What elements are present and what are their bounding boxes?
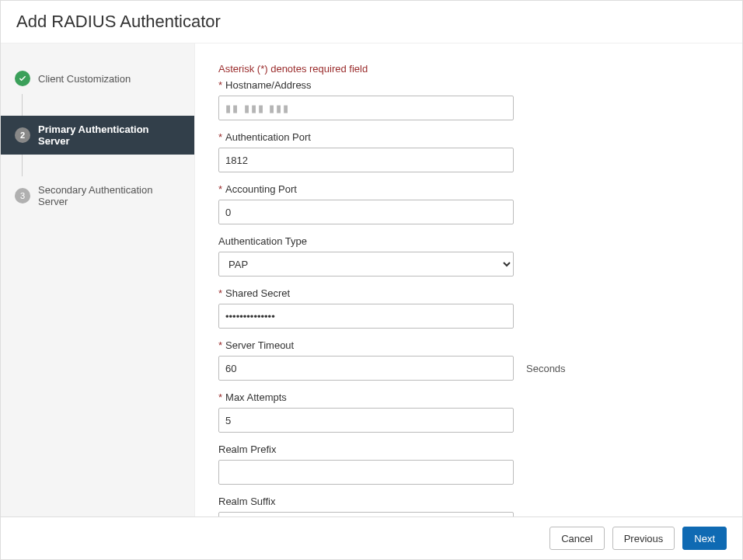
required-star-icon: * xyxy=(218,391,222,403)
step-label: Primary Authentication Server xyxy=(38,123,180,147)
previous-button[interactable]: Previous xyxy=(612,527,675,550)
wizard-steps-sidebar: Client Customization 2 Primary Authentic… xyxy=(1,43,195,517)
dialog-title: Add RADIUS Authenticator xyxy=(1,1,742,43)
realm-prefix-input[interactable] xyxy=(218,460,514,485)
cancel-button[interactable]: Cancel xyxy=(549,527,604,550)
field-label: *Accounting Port xyxy=(218,183,719,195)
step-label: Client Customization xyxy=(38,73,131,85)
field-auth-port: *Authentication Port xyxy=(218,131,719,172)
field-max-attempts: *Max Attempts xyxy=(218,391,719,433)
next-button[interactable]: Next xyxy=(682,527,727,550)
timeout-unit: Seconds xyxy=(526,363,566,374)
step-client-customization[interactable]: Client Customization xyxy=(1,63,194,94)
form-area: Asterisk (*) denotes required field *Hos… xyxy=(195,43,742,517)
step-number-icon: 2 xyxy=(15,127,30,143)
field-realm-suffix: Realm Suffix xyxy=(218,496,719,517)
field-label: *Shared Secret xyxy=(218,287,719,299)
field-shared-secret: *Shared Secret xyxy=(218,287,719,329)
shared-secret-input[interactable] xyxy=(218,304,514,329)
field-label: Realm Prefix xyxy=(218,443,719,455)
auth-port-input[interactable] xyxy=(218,148,514,172)
required-field-note: Asterisk (*) denotes required field xyxy=(218,63,719,75)
auth-type-select[interactable]: PAP xyxy=(218,252,514,277)
max-attempts-input[interactable] xyxy=(218,408,514,433)
step-connector xyxy=(22,155,194,176)
hostname-input[interactable] xyxy=(218,96,514,120)
step-label: Secondary Authentication Server xyxy=(38,184,180,207)
field-label: Realm Suffix xyxy=(218,496,719,507)
field-hostname: *Hostname/Address xyxy=(218,79,719,120)
field-label: *Server Timeout xyxy=(218,339,719,351)
field-label: Authentication Type xyxy=(218,235,719,247)
check-circle-icon xyxy=(15,71,30,86)
field-label: *Max Attempts xyxy=(218,391,719,403)
server-timeout-input[interactable] xyxy=(218,356,514,381)
dialog-footer: Cancel Previous Next xyxy=(1,517,742,559)
step-number-icon: 3 xyxy=(15,188,30,203)
required-star-icon: * xyxy=(218,79,222,91)
step-connector xyxy=(22,94,194,116)
required-star-icon: * xyxy=(218,339,222,351)
field-auth-type: Authentication Type PAP xyxy=(218,235,719,277)
step-primary-auth-server[interactable]: 2 Primary Authentication Server xyxy=(1,116,194,155)
field-label: *Authentication Port xyxy=(218,131,719,143)
field-realm-prefix: Realm Prefix xyxy=(218,443,719,485)
acct-port-input[interactable] xyxy=(218,200,514,224)
required-star-icon: * xyxy=(218,287,222,299)
dialog-body: Client Customization 2 Primary Authentic… xyxy=(1,43,742,517)
required-star-icon: * xyxy=(218,131,222,143)
field-acct-port: *Accounting Port xyxy=(218,183,719,224)
field-label: *Hostname/Address xyxy=(218,79,719,91)
required-star-icon: * xyxy=(218,183,222,195)
step-secondary-auth-server[interactable]: 3 Secondary Authentication Server xyxy=(1,176,194,215)
add-radius-authenticator-dialog: Add RADIUS Authenticator Client Customiz… xyxy=(0,0,743,560)
field-server-timeout: *Server Timeout Seconds xyxy=(218,339,719,381)
